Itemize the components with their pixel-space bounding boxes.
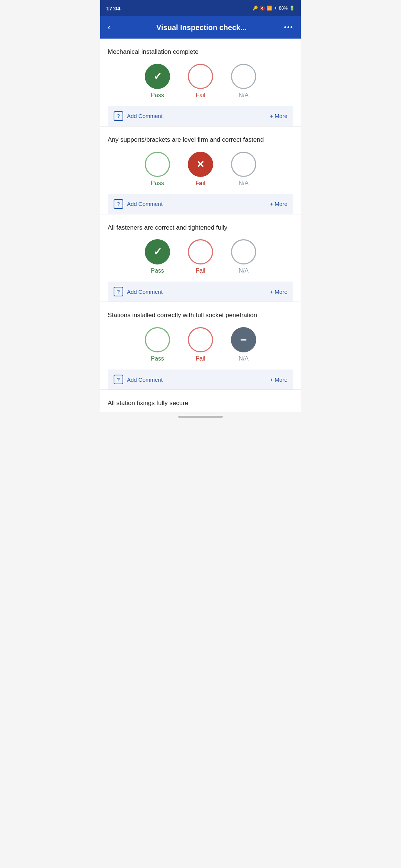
item-1-comment-bar: ? Add Comment + More xyxy=(108,106,293,126)
header-title: Visual Inspection check... xyxy=(119,23,284,32)
content-area: Mechanical installation complete ✓ Pass … xyxy=(100,39,301,412)
item-4-fail-label: Fail xyxy=(196,355,205,362)
comment-icon-4: ? xyxy=(114,375,123,384)
item-3-comment-bar: ? Add Comment + More xyxy=(108,282,293,302)
item-2-title: Any supports/brackets are level firm and… xyxy=(108,135,293,144)
battery-text: 88% xyxy=(279,6,288,11)
partial-inspection-item: All station fixings fully secure xyxy=(100,390,301,412)
item-1-comment-label: Add Comment xyxy=(127,113,163,119)
item-4-fail-circle xyxy=(188,327,213,352)
status-bar: 17:04 🔑 🔇 📶 ✈ 88% 🔋 xyxy=(100,0,301,16)
item-4-pass-label: Pass xyxy=(151,355,164,362)
item-2-add-comment[interactable]: ? Add Comment xyxy=(114,199,163,209)
item-3-more-link[interactable]: + More xyxy=(270,289,287,295)
item-3-add-comment[interactable]: ? Add Comment xyxy=(114,287,163,296)
item-4-na-label: N/A xyxy=(239,355,249,362)
item-1-title: Mechanical installation complete xyxy=(108,47,293,56)
airplane-icon: ✈ xyxy=(274,6,277,11)
battery-icon: 🔋 xyxy=(289,6,295,11)
item-4-options: Pass Fail − N/A xyxy=(108,327,293,362)
item-2-comment-bar: ? Add Comment + More xyxy=(108,194,293,214)
inspection-item-4: Stations installed correctly with full s… xyxy=(100,302,301,390)
item-2-options: Pass ✕ Fail N/A xyxy=(108,152,293,187)
item-3-title: All fasteners are correct and tightened … xyxy=(108,223,293,232)
item-4-add-comment[interactable]: ? Add Comment xyxy=(114,375,163,384)
item-2-na-circle xyxy=(231,152,256,177)
item-2-comment-label: Add Comment xyxy=(127,201,163,207)
item-1-fail-circle xyxy=(188,64,213,89)
item-1-pass-circle: ✓ xyxy=(145,64,170,89)
item-4-title: Stations installed correctly with full s… xyxy=(108,311,293,320)
item-2-fail-circle: ✕ xyxy=(188,152,213,177)
item-1-options: ✓ Pass Fail N/A xyxy=(108,64,293,99)
item-1-add-comment[interactable]: ? Add Comment xyxy=(114,111,163,121)
checkmark-icon-3: ✓ xyxy=(153,247,162,257)
comment-icon-2: ? xyxy=(114,199,123,209)
inspection-item-1: Mechanical installation complete ✓ Pass … xyxy=(100,39,301,126)
item-4-fail-option[interactable]: Fail xyxy=(188,327,213,362)
item-3-pass-option[interactable]: ✓ Pass xyxy=(145,239,170,274)
app-header: ‹ Visual Inspection check... ••• xyxy=(100,16,301,39)
checkmark-icon: ✓ xyxy=(153,71,162,82)
item-3-na-label: N/A xyxy=(239,267,249,274)
status-icons: 🔑 🔇 📶 ✈ 88% 🔋 xyxy=(252,6,295,11)
scroll-indicator xyxy=(100,412,301,421)
inspection-item-3: All fasteners are correct and tightened … xyxy=(100,214,301,302)
item-1-fail-option[interactable]: Fail xyxy=(188,64,213,99)
item-3-comment-label: Add Comment xyxy=(127,289,163,295)
key-icon: 🔑 xyxy=(252,6,258,11)
item-3-pass-circle: ✓ xyxy=(145,239,170,264)
x-icon: ✕ xyxy=(196,160,205,169)
item-2-pass-circle xyxy=(145,152,170,177)
more-menu-button[interactable]: ••• xyxy=(284,24,293,32)
item-1-pass-label: Pass xyxy=(151,92,164,99)
item-1-na-label: N/A xyxy=(239,92,249,99)
item-2-more-link[interactable]: + More xyxy=(270,201,287,207)
item-2-fail-label: Fail xyxy=(195,180,206,187)
item-4-more-link[interactable]: + More xyxy=(270,377,287,383)
item-2-pass-label: Pass xyxy=(151,180,164,187)
item-3-options: ✓ Pass Fail N/A xyxy=(108,239,293,274)
item-4-na-circle: − xyxy=(231,327,256,352)
item-3-pass-label: Pass xyxy=(151,267,164,274)
wifi-icon: 📶 xyxy=(267,6,272,11)
item-4-comment-bar: ? Add Comment + More xyxy=(108,369,293,389)
inspection-item-2: Any supports/brackets are level firm and… xyxy=(100,126,301,214)
item-4-na-option[interactable]: − N/A xyxy=(231,327,256,362)
comment-icon-3: ? xyxy=(114,287,123,296)
item-4-comment-label: Add Comment xyxy=(127,377,163,383)
minus-icon: − xyxy=(240,334,247,345)
item-2-fail-option[interactable]: ✕ Fail xyxy=(188,152,213,187)
item-3-na-circle xyxy=(231,239,256,264)
item-4-pass-option[interactable]: Pass xyxy=(145,327,170,362)
item-3-fail-option[interactable]: Fail xyxy=(188,239,213,274)
item-3-na-option[interactable]: N/A xyxy=(231,239,256,274)
item-1-more-link[interactable]: + More xyxy=(270,113,287,119)
item-1-pass-option[interactable]: ✓ Pass xyxy=(145,64,170,99)
partial-item-title: All station fixings fully secure xyxy=(108,399,293,408)
mute-icon: 🔇 xyxy=(260,6,265,11)
item-1-fail-label: Fail xyxy=(196,92,205,99)
comment-icon: ? xyxy=(114,111,123,121)
item-1-na-option[interactable]: N/A xyxy=(231,64,256,99)
status-time: 17:04 xyxy=(106,5,120,11)
scroll-bar xyxy=(178,416,223,418)
item-4-pass-circle xyxy=(145,327,170,352)
item-1-na-circle xyxy=(231,64,256,89)
item-2-na-option[interactable]: N/A xyxy=(231,152,256,187)
item-2-pass-option[interactable]: Pass xyxy=(145,152,170,187)
item-2-na-label: N/A xyxy=(239,180,249,187)
item-3-fail-label: Fail xyxy=(196,267,205,274)
back-button[interactable]: ‹ xyxy=(108,23,119,32)
item-3-fail-circle xyxy=(188,239,213,264)
